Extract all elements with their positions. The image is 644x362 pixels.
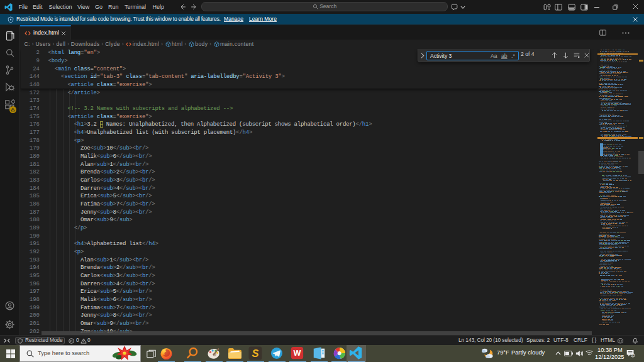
svg-text:S: S <box>252 348 258 359</box>
svg-text:W: W <box>294 349 301 358</box>
svg-text:2: 2 <box>632 353 634 357</box>
